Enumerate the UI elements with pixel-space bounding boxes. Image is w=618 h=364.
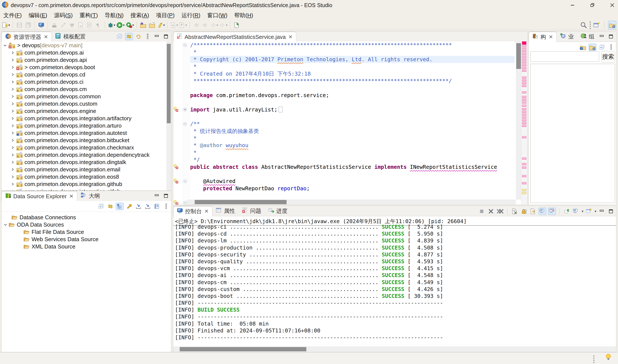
error-marker[interactable] <box>522 70 526 72</box>
restore-window-button[interactable] <box>589 2 596 9</box>
tree-item[interactable]: com.primeton.devops.custom <box>1 100 166 107</box>
error-marker[interactable] <box>522 114 526 116</box>
dse-tree-item[interactable]: Web Services Data Source <box>1 235 171 243</box>
right-tab-1[interactable]: 业 <box>557 32 577 42</box>
quickfix-error-icon[interactable] <box>173 199 183 205</box>
external-tools-button[interactable]: ▾ <box>126 21 134 29</box>
forward-button[interactable]: ▾ <box>219 21 228 29</box>
maximize-panel-button[interactable] <box>607 208 615 215</box>
error-marker[interactable] <box>522 64 526 66</box>
error-marker[interactable] <box>522 79 526 81</box>
expander-icon[interactable] <box>11 175 15 179</box>
open-console-button[interactable] <box>585 208 592 215</box>
error-marker[interactable] <box>522 96 526 98</box>
tree-item[interactable]: com.primeton.devops.ai <box>1 49 166 56</box>
relation-button[interactable] <box>68 21 76 29</box>
code-text[interactable]: public abstract class AbstractNewReportS… <box>190 163 515 170</box>
expander-icon[interactable] <box>11 190 15 191</box>
dse-tree-item[interactable]: Database Connections <box>1 214 171 221</box>
code-text[interactable]: ****************************************… <box>190 77 515 84</box>
show-stderr-toggle[interactable] <box>548 208 556 215</box>
scroll-lock-button[interactable] <box>520 208 528 215</box>
code-text[interactable] <box>190 113 515 120</box>
minimize-panel-button[interactable] <box>153 33 161 40</box>
quickfix-error-icon[interactable] <box>173 163 183 170</box>
expander-icon[interactable] <box>11 73 15 77</box>
collapsed-imports-box[interactable] <box>279 107 283 112</box>
show-whitespace-button[interactable]: ¶ <box>94 21 102 29</box>
export-button[interactable] <box>144 203 151 210</box>
new-connection-button[interactable] <box>126 203 133 210</box>
maximize-panel-button[interactable] <box>163 33 170 40</box>
error-marker[interactable] <box>522 167 526 169</box>
console-tab-0[interactable]: 控制台✕ <box>173 206 212 216</box>
quickfix-error-icon[interactable] <box>173 178 183 185</box>
code-text[interactable]: * @author wuyuhou <box>190 142 515 149</box>
expander-icon[interactable] <box>11 65 15 69</box>
save-button[interactable] <box>15 21 23 29</box>
fold-toggle-icon[interactable] <box>183 106 190 113</box>
tree-item[interactable]: com.primeton.devops.integration.github <box>1 180 166 188</box>
menu-W[interactable]: 窗口(W) <box>207 12 227 19</box>
menu-H[interactable]: 帮助(H) <box>234 12 253 19</box>
tree-item[interactable]: com.primeton.devops.integration.email <box>1 166 166 173</box>
close-tab-icon[interactable]: ✕ <box>44 34 48 40</box>
expander-icon[interactable] <box>11 146 15 149</box>
error-marker[interactable] <box>522 101 526 104</box>
dropdown-arrow-icon[interactable]: ▾ <box>123 23 125 27</box>
tree-item[interactable]: com.primeton.devops.integration.bitbucke… <box>1 137 166 144</box>
expander-icon[interactable] <box>11 117 15 120</box>
devops-perspective-toggle[interactable] <box>608 21 616 29</box>
close-all-consoles-button[interactable] <box>497 208 504 215</box>
expander-icon[interactable] <box>11 124 15 128</box>
close-tab-icon[interactable]: ✕ <box>69 193 74 199</box>
warning-marker[interactable] <box>522 189 526 191</box>
code-text[interactable]: import java.util.ArrayList; <box>190 106 515 113</box>
collapse-all-button[interactable] <box>598 44 605 51</box>
pin-console-button[interactable] <box>563 208 570 215</box>
error-marker[interactable] <box>522 111 526 113</box>
expander-icon[interactable] <box>11 102 15 106</box>
code-text[interactable]: /** <box>190 120 515 127</box>
code-text[interactable]: * <box>190 63 515 70</box>
tree-item[interactable]: com.primeton.devops.integration.gitlab <box>1 188 166 191</box>
menu-T[interactable]: 重构(T) <box>80 12 98 19</box>
tree-item[interactable]: com.primeton.devops.integration.dependen… <box>1 151 166 158</box>
code-text[interactable]: * 统计报告生成的抽象基类 <box>190 128 515 135</box>
error-marker[interactable] <box>522 91 526 93</box>
word-wrap-button[interactable] <box>529 208 537 215</box>
import-button[interactable] <box>135 203 142 210</box>
legend-button[interactable] <box>153 203 161 210</box>
tree-item[interactable]: com.primeton.devops.ci <box>1 78 166 85</box>
terminate-button[interactable] <box>478 208 485 215</box>
fold-toggle-icon[interactable] <box>183 41 190 49</box>
run-button[interactable]: ▾ <box>116 21 125 29</box>
search-icon[interactable] <box>580 21 588 29</box>
error-marker[interactable] <box>522 157 526 160</box>
console-output[interactable]: [INFO] devops-ci .......................… <box>173 223 616 346</box>
tree-item[interactable]: com.primeton.devops.integration.artifact… <box>1 115 166 122</box>
view-menu-button[interactable] <box>163 203 170 210</box>
code-text[interactable]: */ <box>190 156 515 163</box>
eos-console-button[interactable] <box>37 21 45 29</box>
tree-mode-toggle[interactable] <box>116 203 124 210</box>
dse-tab-0[interactable]: Data Source Explorer✕ <box>1 191 77 201</box>
expander-icon[interactable] <box>11 153 15 157</box>
next-annotation-button[interactable]: ▾ <box>170 21 178 29</box>
mark-occurrences-button[interactable]: ▾ <box>157 21 165 29</box>
clear-console-button[interactable] <box>511 208 518 215</box>
component-view-button[interactable] <box>579 44 587 51</box>
error-marker[interactable] <box>522 117 526 118</box>
explorer-tab-1[interactable]: 模板配置 <box>52 32 89 42</box>
expander-icon[interactable] <box>11 87 15 91</box>
editor-vscrollbar[interactable] <box>516 41 521 199</box>
console-tab-3[interactable]: 进度 <box>265 206 291 216</box>
close-tab-icon[interactable]: ✕ <box>288 34 293 40</box>
doc-list-button[interactable] <box>86 21 93 29</box>
right-tab-2[interactable]: 组 <box>577 32 598 42</box>
minimize-panel-button[interactable] <box>598 33 605 40</box>
code-text[interactable]: /***************************************… <box>190 41 515 49</box>
dropdown-arrow-icon[interactable]: ▾ <box>176 23 178 27</box>
error-marker[interactable] <box>522 61 526 63</box>
show-stdout-toggle[interactable] <box>539 208 546 215</box>
